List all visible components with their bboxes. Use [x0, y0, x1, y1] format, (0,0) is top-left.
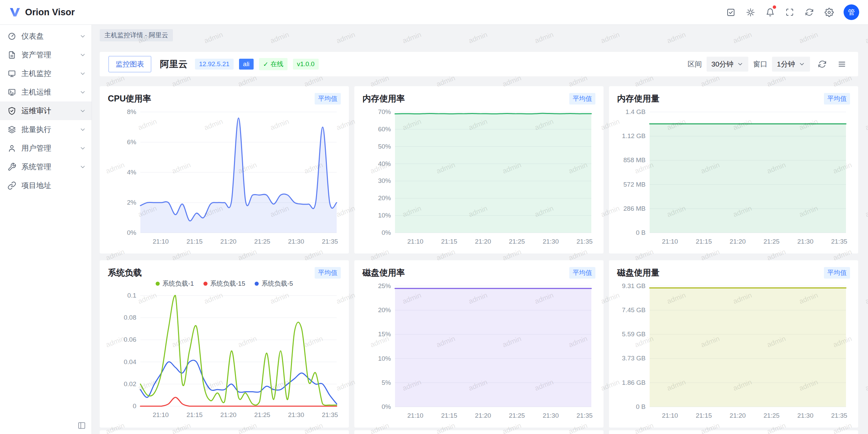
legend-item[interactable]: 系统负载-5 [255, 279, 293, 288]
legend-item[interactable]: 系统负载-1 [156, 279, 194, 288]
svg-text:21:10: 21:10 [407, 412, 423, 419]
chart-card-5: 磁盘使用率平均值0%5%10%15%20%25%21:1021:1521:202… [354, 260, 604, 428]
breadcrumb-current[interactable]: 主机监控详情 - 阿里云 [100, 29, 173, 41]
sidebar-item-label: 项目地址 [21, 181, 86, 191]
svg-text:25%: 25% [378, 282, 391, 289]
refresh-button[interactable] [802, 4, 817, 20]
svg-text:21:25: 21:25 [764, 412, 780, 419]
host-ip-chip: 12.92.5.21 [195, 59, 234, 70]
assets-icon [7, 51, 16, 59]
watermark-text: admin [864, 117, 868, 132]
svg-text:21:20: 21:20 [730, 412, 746, 419]
chart-body: 0%10%20%30%40%50%60%70%21:1021:1521:2021… [362, 107, 595, 248]
chevron-slot [79, 89, 86, 96]
content: adminadminadminadminadminadminadminadmin… [92, 25, 868, 434]
svg-text:21:25: 21:25 [509, 412, 525, 419]
monitor-chart-tab-button[interactable]: 监控图表 [108, 56, 151, 72]
svg-text:30%: 30% [378, 177, 391, 184]
chart-title: 系统负载 [108, 267, 142, 278]
chart-card-3: 内存使用量平均值0 B286 MB572 MB858 MB1.12 GB1.4 … [609, 86, 858, 253]
chart-title: CPU使用率 [108, 93, 151, 104]
chevron-slot [79, 33, 86, 40]
topbar: Orion Visor 管 [0, 0, 868, 25]
legend-dot-icon [156, 282, 160, 286]
sidebar-item-4[interactable]: 主机运维 [0, 83, 92, 101]
range-select[interactable]: 30分钟 [707, 57, 748, 72]
chevron-down-icon [737, 61, 744, 68]
svg-text:21:25: 21:25 [509, 238, 525, 245]
avg-value-badge: 平均值 [569, 267, 595, 279]
chart-card-4: 系统负载平均值系统负载-1系统负载-15系统负载-500.020.040.060… [100, 260, 349, 428]
system-icon [7, 163, 16, 171]
chart-body: 00.020.040.060.080.121:1021:1521:2021:25… [108, 291, 341, 421]
sidebar-item-8[interactable]: 系统管理 [0, 157, 92, 176]
host-name: 阿里云 [160, 58, 188, 70]
sidebar-item-9[interactable]: 项目地址 [0, 176, 92, 195]
sidebar-item-3[interactable]: 主机监控 [0, 64, 92, 83]
sidebar-item-2[interactable]: 资产管理 [0, 45, 92, 64]
svg-text:0.02: 0.02 [124, 380, 136, 388]
svg-text:20%: 20% [378, 306, 391, 314]
sidebar-menu: 仪表盘资产管理主机监控主机运维运维审计批量执行用户管理系统管理项目地址 [0, 27, 92, 195]
host-version-chip: v1.0.0 [293, 59, 319, 70]
sidebar-item-6[interactable]: 批量执行 [0, 120, 92, 139]
chevron-down-icon [79, 52, 86, 58]
svg-text:15%: 15% [378, 331, 391, 338]
svg-text:1.86 GB: 1.86 GB [622, 379, 646, 386]
host-status-text: 在线 [271, 60, 283, 69]
window-chevron [798, 61, 805, 68]
chart-card-stub [100, 430, 349, 434]
sidebar-item-1[interactable]: 仪表盘 [0, 27, 92, 45]
legend-dot-icon [255, 282, 259, 286]
svg-text:0.06: 0.06 [124, 336, 136, 343]
chart-body: 0%5%10%15%20%25%21:1021:1521:2021:2521:3… [362, 281, 595, 422]
chevron-slot [79, 108, 86, 114]
chevron-down-icon [79, 70, 86, 77]
charts-layout-menu-button[interactable] [834, 57, 849, 72]
chevron-down-icon [79, 126, 86, 133]
chart-controls: 区间 30分钟 窗口 1分钟 [688, 57, 849, 72]
notifications-button[interactable] [762, 4, 778, 20]
sidebar-item-5[interactable]: 运维审计 [0, 101, 92, 120]
charts-grid: CPU使用率平均值0%2%4%6%8%21:1021:1521:2021:252… [100, 86, 858, 428]
window-select[interactable]: 1分钟 [772, 57, 810, 72]
svg-text:21:35: 21:35 [831, 238, 847, 245]
host-status-chip: ✓在线 [259, 58, 288, 70]
chart-card-stub [354, 430, 604, 434]
chart-header: 内存使用率平均值 [362, 93, 595, 105]
chart-card-stub [609, 430, 858, 434]
charts-refresh-button[interactable] [815, 57, 830, 72]
dashboard-icon [7, 32, 16, 41]
fullscreen-button[interactable] [782, 4, 797, 20]
svg-text:6%: 6% [127, 138, 137, 146]
logo-v-icon [9, 6, 21, 18]
svg-text:21:15: 21:15 [441, 412, 457, 419]
theme-toggle-button[interactable] [743, 4, 758, 20]
svg-text:21:25: 21:25 [764, 238, 780, 245]
chevron-down-icon [798, 61, 805, 68]
app-logo[interactable]: Orion Visor [9, 6, 75, 18]
svg-text:0 B: 0 B [636, 229, 646, 236]
chart-title: 内存使用率 [362, 93, 405, 104]
sidebar-item-7[interactable]: 用户管理 [0, 139, 92, 157]
chart-canvas: 0 B1.86 GB3.73 GB5.59 GB7.45 GB9.31 GB21… [617, 281, 850, 422]
chevron-slot [79, 164, 86, 170]
svg-text:0 B: 0 B [636, 403, 646, 410]
host-ops-icon [7, 88, 16, 97]
legend-item[interactable]: 系统负载-15 [203, 279, 245, 288]
svg-text:0: 0 [133, 402, 136, 410]
chart-header: 磁盘使用量平均值 [617, 267, 850, 279]
bell-icon [766, 8, 775, 17]
svg-text:21:30: 21:30 [797, 412, 813, 419]
chart-card-6: 磁盘使用量平均值0 B1.86 GB3.73 GB5.59 GB7.45 GB9… [609, 260, 858, 428]
avg-value-badge: 平均值 [569, 93, 595, 105]
avatar[interactable]: 管 [844, 4, 859, 20]
tasks-button[interactable] [723, 4, 738, 20]
collapse-sidebar-button[interactable] [77, 421, 86, 430]
chevron-slot [79, 126, 86, 133]
sidebar-item-label: 批量执行 [21, 125, 74, 135]
svg-text:21:25: 21:25 [254, 411, 271, 418]
settings-button[interactable] [821, 4, 837, 20]
svg-text:1.12 GB: 1.12 GB [622, 132, 646, 139]
svg-text:0%: 0% [382, 229, 391, 236]
